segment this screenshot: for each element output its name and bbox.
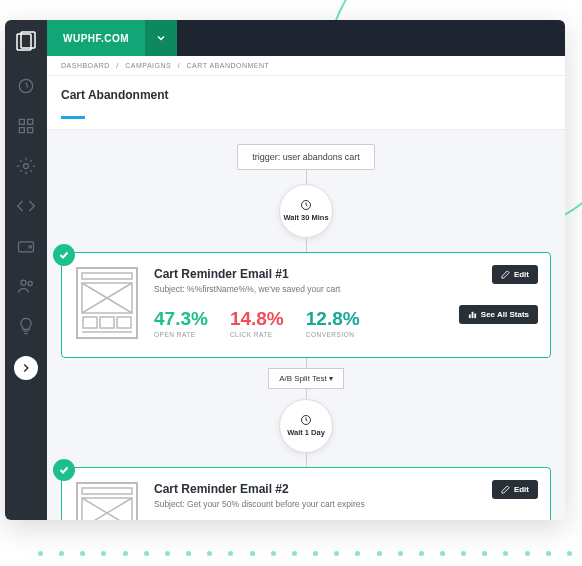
bars-icon [468,310,477,319]
clock-icon [300,414,312,426]
see-stats-button[interactable]: See All Stats [459,305,538,324]
svg-rect-26 [82,498,132,521]
svg-point-7 [24,164,29,169]
svg-rect-5 [19,128,24,133]
connector [306,389,307,399]
split-test-button[interactable]: A/B Split Test ▾ [268,368,344,389]
wait-label: Wait 1 Day [287,428,325,437]
svg-point-2 [19,79,32,92]
app-window: WUPHF.COM DASHBOARD / CAMPAIGNS / CART A… [5,20,565,520]
workflow-canvas: trigger: user abandons cart Wait 30 Mins [47,130,565,521]
brand-label: WUPHF.COM [47,20,145,56]
status-check-icon [53,459,75,481]
edit-button[interactable]: Edit [492,265,538,284]
svg-rect-22 [474,313,476,318]
app-logo [14,30,38,54]
stat-open: 47.3%OPEN RATE [154,308,208,338]
users-icon[interactable] [16,276,36,296]
svg-rect-4 [28,119,33,124]
pencil-icon [501,270,510,279]
connector [306,238,307,252]
clock-icon [300,199,312,211]
wait-node[interactable]: Wait 1 Day [279,399,333,453]
apps-icon[interactable] [16,116,36,136]
status-check-icon [53,244,75,266]
decorative-dots [38,551,572,556]
svg-rect-16 [83,317,97,328]
email-card[interactable]: Cart Reminder Email #1 Subject: %%firstN… [61,252,551,358]
svg-rect-17 [100,317,114,328]
svg-rect-25 [82,488,132,494]
edit-button[interactable]: Edit [492,480,538,499]
email-title: Cart Reminder Email #1 [154,267,536,281]
title-section: Cart Abandonment [47,76,565,130]
breadcrumb: DASHBOARD / CAMPAIGNS / CART ABANDONMENT [47,56,565,76]
main-area: WUPHF.COM DASHBOARD / CAMPAIGNS / CART A… [47,20,565,520]
svg-point-11 [28,281,32,285]
email-thumbnail [76,482,138,521]
page-title: Cart Abandonment [47,76,565,110]
svg-rect-21 [471,311,473,317]
wait-label: Wait 30 Mins [283,213,328,222]
svg-point-9 [29,246,32,249]
trigger-node[interactable]: trigger: user abandons cart [237,144,375,170]
sidebar [5,20,47,520]
breadcrumb-item[interactable]: DASHBOARD [61,62,110,69]
code-icon[interactable] [16,196,36,216]
topbar: WUPHF.COM [47,20,565,56]
email-card[interactable]: Cart Reminder Email #2 Subject: Get your… [61,467,551,521]
brand-dropdown[interactable] [145,20,177,56]
title-underline [61,116,85,119]
wait-node[interactable]: Wait 30 Mins [279,184,333,238]
email-title: Cart Reminder Email #2 [154,482,536,496]
idea-icon[interactable] [16,316,36,336]
svg-point-10 [21,280,26,285]
dashboard-icon[interactable] [16,76,36,96]
svg-rect-14 [82,273,132,279]
breadcrumb-item: CART ABANDONMENT [187,62,270,69]
connector [306,358,307,368]
next-icon[interactable] [14,356,38,380]
svg-rect-6 [28,128,33,133]
svg-rect-3 [19,119,24,124]
settings-icon[interactable] [16,156,36,176]
email-thumbnail [76,267,138,343]
stat-conversion: 12.8%CONVERSION [306,308,360,338]
connector [306,453,307,467]
connector [306,170,307,184]
wallet-icon[interactable] [16,236,36,256]
email-subject: Subject: Get your 50% discount before yo… [154,499,536,509]
breadcrumb-item[interactable]: CAMPAIGNS [125,62,171,69]
pencil-icon [501,485,510,494]
email-subject: Subject: %%firstName%%, we've saved your… [154,284,536,294]
stat-click: 14.8%CLICK RATE [230,308,284,338]
svg-rect-20 [469,314,471,318]
svg-rect-18 [117,317,131,328]
